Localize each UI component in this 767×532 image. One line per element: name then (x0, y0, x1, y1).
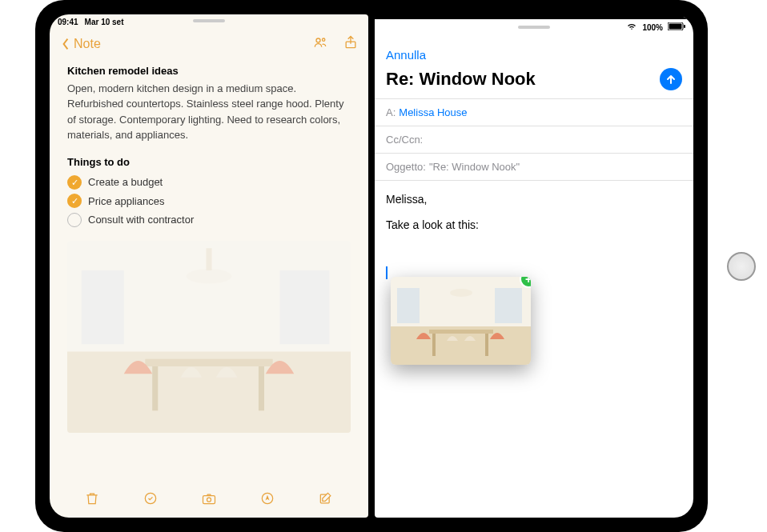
send-button[interactable] (660, 68, 682, 90)
compose-icon[interactable] (318, 490, 334, 510)
todo-item[interactable]: Consult with contractor (67, 210, 351, 230)
kitchen-photo-placeholder (391, 277, 531, 365)
split-view: 09:41 Mar 10 set Note (50, 14, 693, 518)
svg-rect-11 (206, 248, 211, 270)
svg-rect-26 (485, 334, 488, 356)
note-body: Open, modern kitchen design in a medium … (67, 81, 351, 143)
svg-point-10 (187, 269, 232, 283)
checklist-icon[interactable] (143, 490, 159, 510)
subject-value: "Re: Window Nook" (429, 161, 520, 173)
checkbox-empty-icon[interactable] (67, 213, 82, 227)
mail-header: Annulla Re: Window Nook (375, 35, 693, 98)
svg-rect-9 (259, 366, 264, 410)
svg-rect-24 (429, 330, 493, 334)
subject-label: Oggetto: (386, 161, 426, 173)
dragged-image-thumbnail[interactable]: + (391, 277, 531, 365)
cc-field[interactable]: Cc/Ccn: (375, 126, 693, 153)
notes-nav-bar: Note (50, 30, 368, 57)
svg-rect-8 (152, 366, 158, 410)
checkbox-done-icon[interactable]: ✓ (67, 175, 82, 190)
wifi-icon (626, 22, 637, 32)
mail-compose-pane: 100% Annulla Re: Window Nook A: Melissa … (375, 14, 693, 518)
svg-rect-18 (669, 24, 682, 30)
subject-display: Re: Window Nook (386, 69, 536, 90)
battery-icon (668, 22, 685, 32)
cancel-button[interactable]: Annulla (386, 42, 426, 65)
svg-point-14 (207, 498, 211, 502)
note-content[interactable]: Kitchen remodel ideas Open, modern kitch… (50, 57, 368, 236)
camera-icon[interactable] (201, 490, 217, 510)
svg-rect-5 (82, 270, 124, 343)
ipad-frame: 09:41 Mar 10 set Note (35, 0, 708, 532)
checkbox-done-icon[interactable]: ✓ (67, 194, 82, 208)
share-icon[interactable] (343, 34, 359, 54)
body-line: Melissa, (386, 190, 682, 208)
svg-rect-19 (684, 25, 685, 28)
body-line: Take a look at this: (386, 216, 682, 234)
todo-header: Things to do (67, 154, 351, 170)
svg-rect-23 (495, 288, 522, 323)
arrow-up-icon (665, 74, 677, 85)
pane-grabber[interactable] (193, 19, 225, 22)
text-cursor (386, 266, 388, 279)
svg-rect-22 (397, 288, 420, 323)
mail-body-editor[interactable]: Melissa, Take a look at this: (375, 181, 693, 518)
note-title: Kitchen remodel ideas (67, 63, 351, 79)
markup-icon[interactable] (259, 490, 275, 510)
split-divider[interactable] (368, 14, 375, 518)
todo-item[interactable]: ✓ Create a budget (67, 173, 351, 192)
cc-label: Cc/Ccn: (386, 134, 423, 146)
todo-item[interactable]: ✓ Price appliances (67, 192, 351, 211)
svg-rect-7 (145, 358, 272, 366)
note-attached-image[interactable] (67, 241, 351, 433)
to-label: A: (386, 106, 396, 118)
svg-point-0 (316, 38, 320, 42)
subject-field[interactable]: Oggetto: "Re: Window Nook" (375, 153, 693, 181)
recipient-chip[interactable]: Melissa House (399, 106, 467, 118)
chevron-left-icon (59, 38, 72, 50)
notes-bottom-toolbar (50, 482, 368, 518)
back-button[interactable]: Note (59, 37, 101, 51)
battery-percent: 100% (642, 23, 663, 32)
home-button[interactable] (727, 252, 756, 281)
svg-rect-6 (280, 270, 330, 343)
pane-grabber[interactable] (518, 26, 550, 29)
notes-app-pane: 09:41 Mar 10 set Note (50, 14, 368, 518)
svg-rect-25 (432, 334, 436, 356)
back-label: Note (74, 37, 101, 51)
svg-point-1 (323, 38, 325, 41)
todo-label: Consult with contractor (88, 212, 194, 228)
collaborate-icon[interactable] (312, 34, 328, 54)
todo-label: Create a budget (88, 174, 163, 190)
kitchen-photo-placeholder (67, 241, 351, 433)
svg-rect-13 (203, 496, 215, 504)
todo-label: Price appliances (88, 194, 164, 210)
status-date: Mar 10 set (85, 18, 124, 26)
svg-point-27 (450, 289, 472, 297)
to-field[interactable]: A: Melissa House (375, 98, 693, 126)
trash-icon[interactable] (84, 490, 100, 510)
status-time: 09:41 (58, 18, 78, 26)
